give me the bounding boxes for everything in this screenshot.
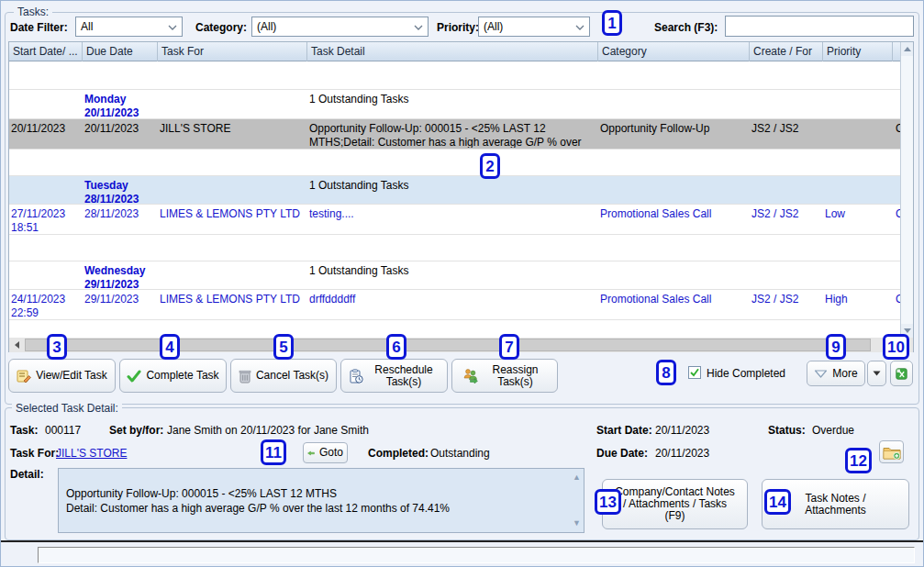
more-button[interactable]: More [807,361,865,386]
annotation-1: 1 [602,10,622,36]
detail-label: Detail: [10,468,44,481]
tasks-table: Start Date/ ... Due Date Task For Task D… [8,41,914,352]
combo-arrow-icon [873,371,881,376]
goto-button[interactable]: Goto [303,442,348,463]
reassign-task-button[interactable]: Reassign Task(s) [451,359,558,393]
open-folder-button[interactable] [879,440,904,463]
excel-icon [896,366,907,382]
group-day: Monday [84,93,126,106]
priority-filter-label: Priority: [437,21,479,34]
export-excel-button[interactable] [890,361,913,386]
vertical-scrollbar[interactable] [900,42,913,338]
complete-task-label: Complete Task [146,370,218,382]
cell-task-for: JILL'S STORE [158,120,307,148]
scroll-down-icon[interactable]: ▼ [573,519,581,528]
column-header-task-for[interactable]: Task For [158,42,307,61]
due-date-value: 20/11/2023 [655,447,709,460]
chevron-down-icon [575,25,584,30]
cell-priority: Low [823,206,893,233]
scroll-up-icon[interactable] [901,42,913,56]
folder-add-icon [883,445,901,460]
cell-category: Promotional Sales Call [598,291,750,318]
more-dropdown-arrow-button[interactable] [867,361,886,386]
date-filter-value: All [81,20,93,33]
status-value: Overdue [812,424,854,437]
reschedule-task-button[interactable]: Reschedule Task(s) [340,359,448,393]
cancel-task-label: Cancel Task(s) [256,370,328,382]
cell-task-detail: testing.... [307,206,598,233]
annotation-4: 4 [160,334,180,360]
table-row[interactable]: 24/11/2023 22:59 29/11/2023 LIMES & LEMO… [9,290,901,320]
column-header-category[interactable]: Category [598,42,750,61]
triangle-down-icon [814,370,828,378]
table-row-selected[interactable]: 20/11/2023 20/11/2023 JILL'S STORE Oppor… [9,119,901,150]
annotation-14: 14 [764,489,791,515]
check-icon [127,369,141,384]
tasks-window: Tasks: Date Filter: All Category: (All) … [0,0,924,567]
cell-due-date: 28/11/2023 [83,206,158,233]
cell-task-detail: Opportunity Follow-Up: 000015 - <25% LAS… [307,120,598,148]
scrollbar-thumb[interactable] [25,339,871,351]
status-bar [38,547,915,563]
task-for-label: Task For: [10,447,59,460]
group-date: 20/11/2023 [84,106,139,117]
chevron-down-icon [168,25,177,30]
set-by-value: Jane Smith on 20/11/2023 for Jane Smith [167,424,369,437]
annotation-13: 13 [595,489,621,515]
company-contact-notes-button[interactable]: Company/Contact Notes / Attachments / Ta… [602,479,748,529]
group-date: 28/11/2023 [84,193,139,203]
group-header-wednesday: Wednesday29/11/2023 1 Outstanding Tasks [9,261,901,290]
category-filter-value: (All) [257,20,276,33]
cell-create-for: JS2 / JS2 [750,206,823,233]
more-label: More [832,368,857,380]
cell-task-detail: drffddddff [307,291,598,318]
reassign-task-label: Reassign Task(s) [484,364,548,388]
set-by-label: Set by/for: [109,424,163,437]
scroll-left-icon[interactable] [9,338,24,352]
annotation-8: 8 [656,360,676,385]
cell-due-date: 29/11/2023 [83,291,158,318]
horizontal-scrollbar[interactable] [9,338,901,352]
task-number: 000117 [45,424,81,437]
group-header-tuesday: Tuesday28/11/2023 1 Outstanding Tasks [9,176,901,205]
column-header-start-date[interactable]: Start Date/ ... [9,42,83,61]
search-input[interactable] [725,16,914,37]
view-edit-task-button[interactable]: View/Edit Task [8,359,116,393]
cell-priority: High [823,291,893,318]
table-row[interactable]: 27/11/2023 18:51 28/11/2023 LIMES & LEMO… [9,205,901,235]
hide-completed-checkbox[interactable] [688,366,701,379]
group-day: Tuesday [84,179,128,192]
annotation-5: 5 [273,334,294,360]
chevron-down-icon [414,25,423,30]
selected-task-detail-label: Selected Task Detail: [12,402,122,415]
scroll-up-icon[interactable]: ▲ [573,473,581,482]
task-for-link[interactable]: JILL'S STORE [56,447,127,460]
empty-row [9,61,901,90]
date-filter-select[interactable]: All [75,17,183,37]
checkmark-icon [690,368,699,377]
cell-category: Opportunity Follow-Up [598,120,750,148]
column-header-task-detail[interactable]: Task Detail [307,42,598,61]
group-summary: 1 Outstanding Tasks [307,91,598,117]
priority-filter-value: (All) [484,20,503,33]
task-notes-attachments-label: Task Notes / Attachments [792,493,879,517]
splitter-line [1,540,924,542]
category-filter-select[interactable]: (All) [251,17,429,37]
cell-start-date: 27/11/2023 18:51 [9,206,83,233]
cell-create-for: JS2 / JS2 [750,291,823,318]
annotation-11: 11 [261,439,286,465]
column-header-priority[interactable]: Priority [823,42,893,61]
cancel-task-button[interactable]: Cancel Task(s) [230,359,337,393]
priority-filter-select[interactable]: (All) [478,17,590,37]
empty-row [9,320,901,338]
start-date-label: Start Date: [596,424,652,437]
detail-text-area[interactable]: Opportunity Follow-Up: 000015 - <25% LAS… [58,468,584,533]
completed-value: Outstanding [430,447,490,460]
complete-task-button[interactable]: Complete Task [119,359,227,393]
annotation-9: 9 [826,334,846,360]
category-filter-label: Category: [195,21,247,34]
due-date-label: Due Date: [596,447,648,460]
column-header-due-date[interactable]: Due Date [83,42,158,61]
company-contact-notes-label: Company/Contact Notes / Attachments / Ta… [613,486,737,522]
column-header-create-for[interactable]: Create / For [750,42,823,61]
